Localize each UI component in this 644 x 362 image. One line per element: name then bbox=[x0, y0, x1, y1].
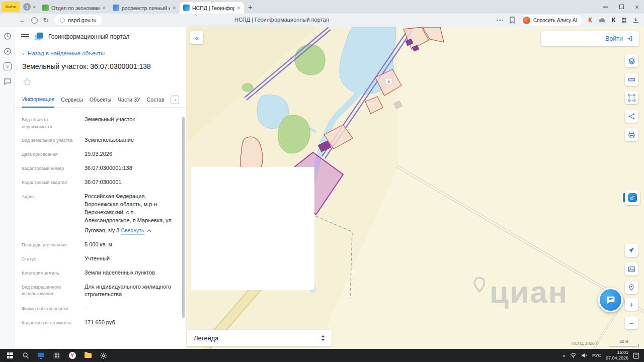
bookmark-icon[interactable] bbox=[509, 17, 515, 24]
alice-icon bbox=[523, 17, 530, 24]
tab-services[interactable]: Сервисы bbox=[61, 97, 83, 107]
ruler-icon bbox=[628, 76, 635, 83]
tab-count-button[interactable]: 3 bbox=[23, 3, 36, 11]
browser-tab-2[interactable]: росреестр личный кабин × bbox=[109, 2, 180, 14]
field-row-address: Адрес Российская Федерация, Воронежская … bbox=[22, 193, 173, 235]
more-icon[interactable] bbox=[497, 20, 503, 21]
star-icon[interactable] bbox=[22, 77, 32, 87]
close-icon[interactable]: × bbox=[102, 5, 106, 11]
clock-date: 07.04.2026 bbox=[606, 355, 628, 361]
locate-tool-button[interactable] bbox=[625, 244, 638, 257]
browser-profile-button[interactable]: Войти bbox=[2, 2, 20, 12]
scrollbar-thumb[interactable] bbox=[182, 117, 185, 318]
portal-brand: Геоинформационный портал bbox=[48, 33, 129, 40]
scroll-up-icon[interactable] bbox=[182, 112, 185, 115]
tabs-scroll-button[interactable]: › bbox=[171, 96, 179, 104]
extension-k-icon[interactable]: К bbox=[588, 17, 592, 24]
menu-icon[interactable] bbox=[21, 34, 29, 40]
taskbar-app-explorer[interactable] bbox=[80, 349, 96, 362]
close-window-icon[interactable]: × bbox=[635, 4, 639, 11]
notification-icon[interactable] bbox=[633, 352, 639, 359]
field-value: - bbox=[73, 305, 173, 313]
parcel-number-label: 6 bbox=[387, 79, 390, 84]
play-icon[interactable] bbox=[4, 47, 12, 55]
legend-bar[interactable]: Легенда bbox=[187, 330, 332, 346]
support-chat-button[interactable] bbox=[598, 288, 623, 312]
cloud-icon[interactable] bbox=[598, 17, 606, 23]
monitor-icon bbox=[37, 352, 45, 359]
tab-parcel-parts[interactable]: Части ЗУ bbox=[118, 97, 140, 107]
refresh-icon[interactable]: ↻ bbox=[43, 17, 49, 24]
wifi-icon[interactable] bbox=[570, 353, 577, 358]
address-bar-actions: Спросить Алису AI К К bbox=[497, 15, 639, 26]
pin-icon bbox=[473, 277, 486, 294]
taskbar-clock[interactable]: 15:01 07.04.2026 bbox=[606, 350, 628, 361]
browser-tab-bar: Войти 3 Отдел по экономике и уп × росрее… bbox=[0, 0, 644, 14]
zoom-out-button[interactable]: − bbox=[625, 316, 638, 329]
scale-label: 50 м bbox=[619, 339, 628, 344]
taskbar-app-monitor[interactable] bbox=[33, 349, 49, 362]
basemap-tool-button[interactable] bbox=[625, 262, 638, 276]
tab-objects[interactable]: Объекты bbox=[90, 97, 111, 107]
measure-tool-button[interactable] bbox=[625, 73, 638, 86]
close-icon[interactable]: × bbox=[237, 5, 240, 11]
map-login-bar[interactable]: Войти bbox=[541, 31, 639, 46]
maximize-icon[interactable] bbox=[619, 5, 624, 9]
collapse-panel-button[interactable]: « bbox=[190, 31, 203, 44]
back-to-results-link[interactable]: ‹ Назад в найденные объекты bbox=[15, 46, 186, 57]
extension-k2-icon[interactable]: К bbox=[612, 17, 616, 24]
url-field[interactable]: nspd.gov.ru bbox=[54, 15, 102, 25]
map-canvas[interactable]: 6 циан « Войти bbox=[186, 27, 644, 349]
tabs-badge[interactable]: 3 bbox=[4, 62, 12, 70]
pin-search-tool-button[interactable] bbox=[625, 281, 638, 294]
browser-tab-1[interactable]: Отдел по экономике и уп × bbox=[39, 2, 109, 14]
taskbar-app-yandex[interactable]: Y bbox=[64, 349, 80, 362]
language-indicator[interactable]: РУС bbox=[592, 353, 601, 358]
taskbar-app-dark[interactable] bbox=[49, 349, 64, 362]
minimize-icon[interactable] bbox=[603, 7, 608, 8]
field-row: Кадастровый номер 36:07:0300001:138 bbox=[22, 164, 173, 172]
field-row: Статус Учтенный bbox=[22, 255, 173, 263]
new-tab-button[interactable]: + bbox=[248, 3, 253, 11]
legend-expand-icon[interactable] bbox=[321, 335, 325, 341]
field-value: 19.03.2026 bbox=[73, 150, 173, 158]
browser-tab-active[interactable]: НСПД | Геоинформац × bbox=[180, 2, 244, 14]
favorite-star-wrap bbox=[15, 70, 186, 89]
apps-grid-icon[interactable] bbox=[622, 18, 627, 23]
field-value: Для индивидуального жилищного строительс… bbox=[73, 283, 173, 299]
tab-information[interactable]: Информация bbox=[22, 96, 54, 108]
back-icon[interactable]: ← bbox=[19, 17, 26, 24]
tab-title: НСПД | Геоинформац bbox=[192, 5, 234, 11]
alice-button[interactable]: Спросить Алису AI bbox=[521, 15, 582, 26]
tab-title: Отдел по экономике и уп bbox=[51, 5, 100, 11]
search-button[interactable] bbox=[18, 349, 33, 362]
scroll-down-icon[interactable] bbox=[182, 344, 185, 347]
field-row: Вид земельного участка Землепользование bbox=[22, 136, 173, 144]
field-label: Площадь уточненная bbox=[22, 241, 73, 249]
tab-composition[interactable]: Состав bbox=[147, 97, 165, 107]
tab-title: росреестр личный кабин bbox=[122, 5, 170, 11]
digital-assistant-button[interactable] bbox=[625, 190, 640, 205]
zoom-in-button[interactable]: + bbox=[625, 298, 638, 311]
panel-scrollbar[interactable] bbox=[181, 112, 185, 347]
chevron-left-icon: ‹ bbox=[22, 50, 24, 56]
tray-expand-icon[interactable] bbox=[562, 355, 566, 356]
select-area-tool-button[interactable] bbox=[625, 91, 638, 104]
download-icon[interactable] bbox=[632, 17, 639, 24]
site-info-icon[interactable] bbox=[31, 17, 38, 24]
field-value: 171 650 руб. bbox=[73, 319, 173, 327]
search-icon bbox=[22, 352, 29, 359]
close-icon[interactable]: × bbox=[173, 5, 176, 11]
address-collapse-link[interactable]: Свернуть bbox=[121, 227, 151, 235]
share-tool-button[interactable] bbox=[625, 110, 638, 123]
blank-overlay-box bbox=[191, 167, 314, 290]
chat-icon[interactable] bbox=[4, 77, 12, 85]
print-tool-button[interactable] bbox=[625, 128, 638, 141]
taskbar-app-settings[interactable] bbox=[96, 349, 111, 362]
layers-tool-button[interactable] bbox=[625, 54, 638, 67]
login-icon bbox=[626, 35, 633, 42]
speaker-icon[interactable] bbox=[581, 352, 588, 358]
field-label: Адрес bbox=[22, 193, 73, 235]
history-icon[interactable] bbox=[4, 32, 12, 40]
start-button[interactable] bbox=[2, 349, 18, 362]
